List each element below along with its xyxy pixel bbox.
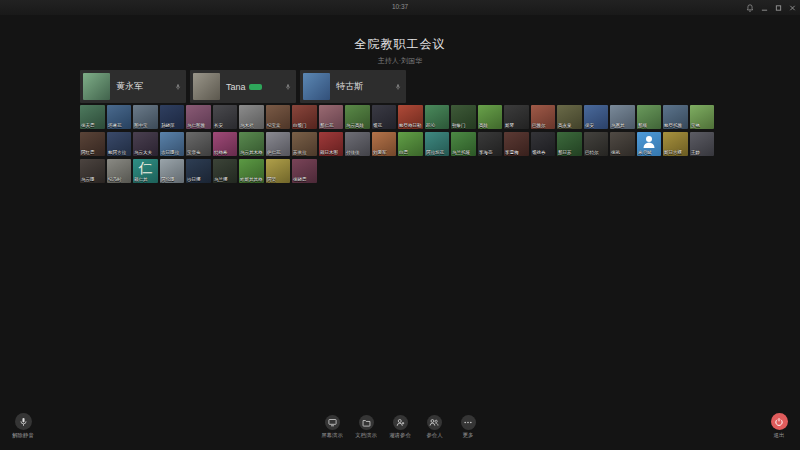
participant-name: 苏依拉 <box>293 150 307 157</box>
minimize-icon[interactable] <box>761 4 768 12</box>
participant-tile[interactable]: 哈斯其其格 <box>239 159 264 183</box>
toolbar-button[interactable]: 屏幕演示 <box>315 415 349 445</box>
participant-name: 保安 <box>585 123 594 130</box>
default-person-icon <box>642 134 656 149</box>
toolbar-button[interactable]: 文档演示 <box>349 415 383 445</box>
participant-tile[interactable]: 萨仁花 <box>266 132 291 156</box>
leave-meeting-button[interactable]: 退出 <box>762 413 796 445</box>
participant-tile[interactable]: 长安 <box>213 105 238 129</box>
participant-tile[interactable]: 图中宝 <box>133 105 158 129</box>
meeting-host: 主持人·刘国华 <box>88 56 712 66</box>
participant-tile[interactable]: 苏依拉 <box>292 132 317 156</box>
toolbar-button-label: 更多 <box>463 432 474 440</box>
participant-tile[interactable]: 阿红霞 <box>80 132 105 156</box>
participant-tile[interactable]: 阿伦嘎 <box>160 159 185 183</box>
participant-tile[interactable]: 那日苏 <box>557 132 582 156</box>
maximize-icon[interactable] <box>775 4 782 12</box>
participant-tile[interactable]: 特格希 <box>213 132 238 156</box>
participant-tile[interactable]: 敖登托雅 <box>663 105 688 129</box>
participant-name: 阿伦嘎 <box>161 177 175 184</box>
participant-tile[interactable]: 朝鲁门 <box>451 105 476 129</box>
mic-muted-icon <box>175 77 181 95</box>
participant-tile[interactable]: 保安 <box>584 105 609 129</box>
participant-tile[interactable]: 李海亮 <box>478 132 503 156</box>
participant-tile[interactable]: 张天霞 <box>80 105 105 129</box>
participant-tile[interactable]: 昂沁 <box>425 105 450 129</box>
participant-tile[interactable]: 乌兰托娅 <box>451 132 476 156</box>
leave-label: 退出 <box>774 432 785 440</box>
participant-tile[interactable]: 乌兰娜 <box>213 159 238 183</box>
featured-speaker-tile[interactable]: 黄永军 <box>80 70 186 103</box>
toolbar-button[interactable]: 参会人 <box>417 415 451 445</box>
participant-name: 高永泉 <box>558 123 572 130</box>
clock: 10:37 <box>112 3 688 10</box>
participant-name: 付佳佳 <box>346 150 360 157</box>
more-button[interactable]: 更多 <box>451 415 485 445</box>
participant-tile[interactable]: 纪宝棠 <box>266 105 291 129</box>
participant-tile[interactable]: 敖阿古拉 <box>107 132 132 156</box>
participant-tile[interactable]: 乌恩其 <box>610 105 635 129</box>
participant-tile[interactable]: 张凯 <box>610 132 635 156</box>
participant-tile[interactable]: 额日木图 <box>319 132 344 156</box>
participant-tile[interactable]: 斯日古楞 <box>663 132 688 156</box>
participant-tile[interactable]: 乌木棋 <box>239 105 264 129</box>
participant-tile[interactable]: 乌云嘎 <box>80 159 105 183</box>
participant-tile[interactable]: 巴特尔 <box>584 132 609 156</box>
participant-name: 朝鲁门 <box>452 123 466 130</box>
participant-name: 塔琳花 <box>108 123 122 130</box>
members-icon <box>427 415 442 430</box>
participant-name: 银花 <box>373 123 382 130</box>
notification-icon[interactable] <box>746 4 754 12</box>
participant-tile[interactable]: 米启斌 <box>637 132 662 156</box>
participant-tile[interactable]: 宝音仓 <box>186 132 211 156</box>
participant-tile[interactable]: 白银门 <box>292 105 317 129</box>
participant-tile[interactable]: 沙日娜 <box>186 159 211 183</box>
featured-speaker-tile[interactable]: Tana <box>190 70 296 103</box>
participant-tile[interactable]: 白霞 <box>398 132 423 156</box>
avatar <box>193 73 220 100</box>
participant-tile[interactable]: 那仁花 <box>319 105 344 129</box>
unmute-label: 解除静音 <box>12 432 34 440</box>
participant-tile[interactable]: 吉日嘎拉 <box>160 132 185 156</box>
toolbar-button[interactable]: 邀请参会 <box>383 415 417 445</box>
participant-tile[interactable]: 乌云其木格 <box>239 132 264 156</box>
participant-row: 乌云嘎纪乃时仁额仁其阿伦嘎沙日娜乌兰娜哈斯其其格阿荣张晓霞 <box>80 159 714 183</box>
participant-tile[interactable]: 乌云大夫 <box>133 132 158 156</box>
participant-tile[interactable]: 高永泉 <box>557 105 582 129</box>
featured-speakers: 黄永军Tana特古斯 <box>80 70 406 103</box>
participant-tile[interactable]: 刘爱军 <box>372 132 397 156</box>
participant-name: 萨仁花 <box>267 150 281 157</box>
participant-tile[interactable]: 张晓霞 <box>292 159 317 183</box>
participant-tile[interactable]: 斯琴 <box>504 105 529 129</box>
participant-name: 昂沁 <box>426 123 435 130</box>
participant-tile[interactable]: 乌仁图雅 <box>186 105 211 129</box>
participant-tile[interactable]: 阿荣 <box>266 159 291 183</box>
participant-name: 张天霞 <box>81 123 95 130</box>
participant-tile[interactable]: 仁额仁其 <box>133 159 158 183</box>
participant-tile[interactable]: 高娃 <box>478 105 503 129</box>
participant-name: 米启斌 <box>638 150 652 157</box>
participant-name: 阿拉坦花 <box>426 150 444 157</box>
participant-tile[interactable]: 巴雅尔 <box>531 105 556 129</box>
participant-tile[interactable]: 孙晓萍 <box>160 105 185 129</box>
participant-name: 白霞 <box>399 150 408 157</box>
participant-tile[interactable]: 阿拉坦花 <box>425 132 450 156</box>
close-icon[interactable] <box>789 4 796 12</box>
participant-tile[interactable]: 银桃春 <box>531 132 556 156</box>
meeting-window: 10:37 全院教职工会议 主持人·刘国华 黄永军Tana特古斯 张天霞塔琳花图… <box>0 0 800 450</box>
participant-tile[interactable]: 敖登格日勒 <box>398 105 423 129</box>
participant-tile[interactable]: 付佳佳 <box>345 132 370 156</box>
mic-muted-icon <box>395 77 401 95</box>
featured-speaker-tile[interactable]: 特古斯 <box>300 70 406 103</box>
participant-tile[interactable]: 宝艳 <box>690 105 715 129</box>
participant-tile[interactable]: 王静 <box>690 132 715 156</box>
speaker-name: 黄永军 <box>116 80 143 93</box>
participant-name: 乌兰托娅 <box>452 150 470 157</box>
unmute-button[interactable]: 解除静音 <box>6 413 40 445</box>
participant-tile[interactable]: 李雪梅 <box>504 132 529 156</box>
participant-tile[interactable]: 那顺 <box>637 105 662 129</box>
participant-tile[interactable]: 乌云高娃 <box>345 105 370 129</box>
participant-tile[interactable]: 银花 <box>372 105 397 129</box>
participant-tile[interactable]: 纪乃时 <box>107 159 132 183</box>
participant-tile[interactable]: 塔琳花 <box>107 105 132 129</box>
